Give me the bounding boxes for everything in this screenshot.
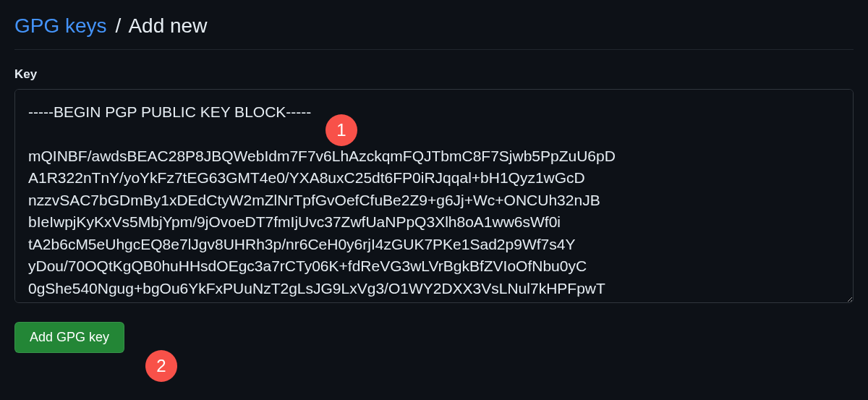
key-textarea[interactable] <box>14 89 854 303</box>
breadcrumb-separator: / <box>115 14 121 37</box>
key-textarea-wrapper <box>14 89 854 306</box>
add-gpg-key-button[interactable]: Add GPG key <box>14 322 124 353</box>
breadcrumb-current: Add new <box>128 14 207 37</box>
breadcrumb-parent-link[interactable]: GPG keys <box>14 14 107 37</box>
annotation-badge-2: 2 <box>145 350 177 382</box>
key-field-label: Key <box>14 67 854 82</box>
breadcrumb: GPG keys / Add new <box>14 14 854 50</box>
annotation-badge-1: 1 <box>326 114 357 146</box>
